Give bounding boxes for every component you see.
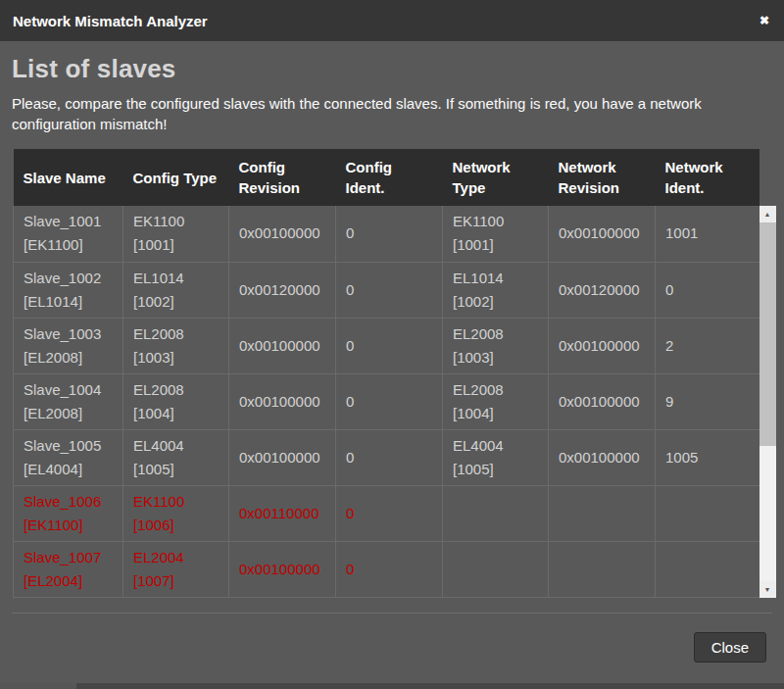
cell-slave-name: Slave_1002 [EL1014] (14, 262, 123, 318)
cell-config-ident: 0 (336, 318, 443, 373)
background-strip (0, 683, 784, 689)
cell-config-type: EL2008 [1004] (123, 373, 229, 429)
cell-network-type (443, 541, 549, 597)
cell-config-type: EL4004 [1005] (123, 429, 229, 485)
column-header-network-ident: Network Ident. (656, 149, 760, 206)
close-icon[interactable]: ✖ (760, 15, 769, 26)
cell-network-revision (549, 541, 656, 597)
cell-slave-name: Slave_1005 [EL4004] (14, 429, 123, 485)
scroll-down-button[interactable]: ▼ (760, 581, 776, 598)
cell-network-ident: 9 (656, 373, 760, 429)
cell-network-revision: 0x00100000 (549, 373, 656, 429)
table-row-mismatch: Slave_1007 [EL2004] EL2004 [1007] 0x0010… (14, 541, 760, 597)
table-row: Slave_1002 [EL1014] EL1014 [1002] 0x0012… (14, 262, 760, 318)
dialog-titlebar: Network Mismatch Analyzer ✖ (0, 0, 784, 41)
cell-network-type (443, 485, 549, 541)
scroll-up-icon: ▲ (764, 211, 771, 218)
table-row-mismatch: Slave_1006 [EK1100] EK1100 [1006] 0x0011… (14, 485, 760, 541)
cell-config-revision: 0x00100000 (229, 429, 336, 485)
cell-network-type: EL2008 [1004] (443, 373, 549, 429)
cell-network-revision: 0x00100000 (549, 206, 656, 262)
table-row: Slave_1003 [EL2008] EL2008 [1003] 0x0010… (14, 318, 760, 373)
scroll-up-button[interactable]: ▲ (760, 206, 776, 222)
cell-network-type: EL4004 [1005] (443, 429, 549, 485)
table-row: Slave_1001 [EK1100] EK1100 [1001] 0x0010… (14, 206, 760, 262)
cell-network-revision: 0x00100000 (549, 318, 656, 373)
dialog-body: List of slaves Please, compare the confi… (0, 41, 784, 663)
table-row: Slave_1005 [EL4004] EL4004 [1005] 0x0010… (14, 429, 760, 485)
cell-config-type: EL1014 [1002] (123, 262, 229, 318)
cell-network-ident: 1005 (656, 429, 760, 485)
column-header-config-revision: Config Revision (229, 149, 336, 206)
column-header-config-type: Config Type (123, 149, 229, 206)
cell-network-type: EL1014 [1002] (443, 262, 549, 318)
cell-config-revision: 0x00100000 (229, 318, 336, 373)
cell-config-ident: 0 (336, 541, 443, 597)
cell-config-type: EK1100 [1006] (123, 485, 229, 541)
cell-config-ident: 0 (336, 262, 443, 318)
cell-slave-name: Slave_1004 [EL2008] (14, 373, 123, 429)
table-header-row: Slave Name Config Type Config Revision C… (14, 149, 760, 206)
cell-slave-name: Slave_1001 [EK1100] (14, 206, 123, 262)
table-row: Slave_1004 [EL2008] EL2008 [1004] 0x0010… (14, 373, 760, 429)
cell-network-revision: 0x00120000 (549, 262, 656, 318)
cell-config-revision: 0x00100000 (229, 373, 336, 429)
table-scrollbar[interactable]: ▲ ▼ (760, 206, 776, 598)
cell-config-type: EK1100 [1001] (123, 206, 229, 262)
cell-config-revision: 0x00120000 (229, 262, 336, 318)
cell-network-ident (656, 541, 760, 597)
dialog-title: Network Mismatch Analyzer (13, 13, 208, 29)
cell-config-ident: 0 (336, 429, 443, 485)
slave-table: Slave Name Config Type Config Revision C… (13, 149, 760, 598)
cell-network-ident (656, 485, 760, 541)
cell-config-revision: 0x00100000 (229, 541, 336, 597)
cell-network-ident: 0 (656, 262, 760, 318)
cell-config-ident: 0 (336, 485, 443, 541)
cell-network-type: EL2008 [1003] (443, 318, 549, 373)
cell-network-ident: 1001 (656, 206, 760, 262)
column-header-network-type: Network Type (443, 149, 549, 206)
cell-config-revision: 0x00100000 (229, 206, 336, 262)
cell-network-ident: 2 (656, 318, 760, 373)
slave-table-container: Slave Name Config Type Config Revision C… (13, 149, 772, 598)
network-mismatch-analyzer-dialog: Network Mismatch Analyzer ✖ List of slav… (0, 0, 784, 689)
cell-config-ident: 0 (336, 206, 443, 262)
column-header-network-revision: Network Revision (549, 149, 656, 206)
scroll-down-icon: ▼ (764, 586, 771, 593)
cell-network-revision (549, 485, 656, 541)
cell-slave-name: Slave_1007 [EL2004] (14, 541, 123, 597)
scrollbar-thumb[interactable] (760, 222, 776, 446)
cell-config-ident: 0 (336, 373, 443, 429)
close-button[interactable]: Close (694, 632, 766, 663)
background-scrollbar-thumb (0, 683, 76, 689)
description-text: Please, compare the configured slaves wi… (12, 93, 768, 134)
cell-config-type: EL2008 [1003] (123, 318, 229, 373)
cell-config-revision: 0x00110000 (229, 485, 336, 541)
cell-slave-name: Slave_1003 [EL2008] (14, 318, 123, 373)
page-title: List of slaves (12, 54, 772, 84)
cell-network-type: EK1100 [1001] (443, 206, 549, 262)
dialog-footer: Close (12, 614, 772, 663)
cell-config-type: EL2004 [1007] (123, 541, 229, 597)
cell-network-revision: 0x00100000 (549, 429, 656, 485)
cell-slave-name: Slave_1006 [EK1100] (14, 485, 123, 541)
column-header-slave-name: Slave Name (14, 149, 123, 206)
column-header-config-ident: Config Ident. (336, 149, 443, 206)
